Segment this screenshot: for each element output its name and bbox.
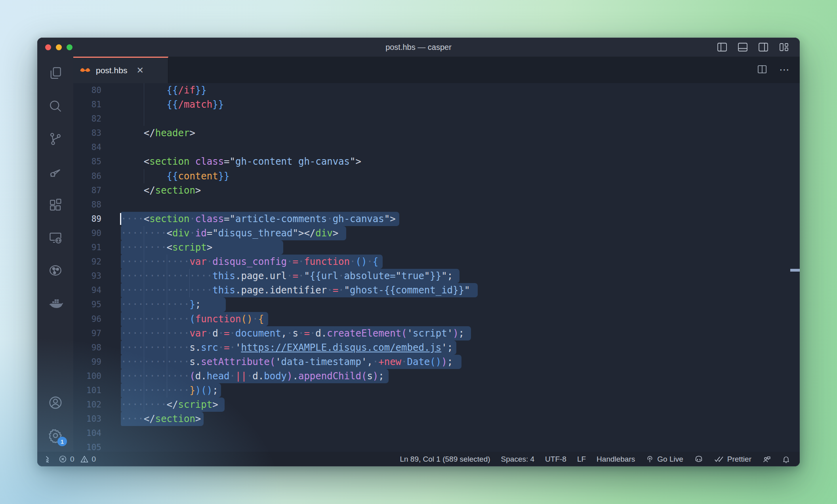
activity-bar: 1 — [37, 57, 73, 452]
close-window-button[interactable] — [45, 44, 51, 50]
code-line-93[interactable]: ················this.page.url·=·"{{url·a… — [121, 269, 800, 283]
copilot-icon — [694, 455, 704, 464]
settings-badge: 1 — [57, 437, 67, 446]
code-line-83[interactable]: </header> — [121, 126, 800, 140]
code-lines[interactable]: {{/if}} {{/match}} </header> <section cl… — [121, 83, 800, 452]
extensions-icon — [48, 198, 63, 212]
remote-indicator-button[interactable] — [44, 455, 53, 464]
code-line-81[interactable]: {{/match}} — [121, 97, 800, 112]
toggle-secondary-sidebar-icon[interactable] — [758, 42, 769, 52]
sidebar-item-git-graph[interactable] — [37, 254, 73, 287]
code-line-90[interactable]: ········<div·id="disqus_thread"></div> — [121, 226, 800, 240]
code-line-99[interactable]: ············s.setAttribute('data-timesta… — [121, 355, 800, 369]
sidebar-item-explorer[interactable] — [37, 57, 73, 89]
code-line-89[interactable]: ····<section·class="article-comments·gh-… — [121, 212, 800, 226]
code-line-102[interactable]: ········</script> — [121, 397, 800, 412]
feedback-button[interactable] — [762, 455, 771, 464]
sidebar-item-run-debug[interactable] — [37, 155, 73, 188]
zoom-window-button[interactable] — [67, 44, 72, 50]
notifications-bell-button[interactable] — [782, 455, 790, 464]
toggle-panel-icon[interactable] — [737, 42, 748, 52]
cursor-position-button[interactable]: Ln 89, Col 1 (589 selected) — [400, 455, 490, 464]
account-button[interactable] — [37, 386, 73, 419]
text-cursor — [120, 213, 121, 225]
prettier-label: Prettier — [727, 455, 751, 464]
indentation-button[interactable]: Spaces: 4 — [501, 455, 535, 464]
explorer-icon — [48, 66, 63, 80]
handlebars-mustache-icon — [80, 67, 91, 74]
encoding-button[interactable]: UTF-8 — [545, 455, 566, 464]
title-bar: post.hbs — casper — [37, 38, 800, 57]
debug-icon — [48, 165, 63, 179]
sidebar-item-docker[interactable] — [37, 287, 73, 320]
copilot-button[interactable] — [694, 455, 704, 464]
tab-label: post.hbs — [96, 66, 127, 75]
go-live-button[interactable]: Go Live — [646, 455, 683, 464]
traffic-lights — [45, 44, 72, 50]
code-line-100[interactable]: ············(d.head·||·d.body).appendChi… — [121, 369, 800, 383]
sidebar-item-search[interactable] — [37, 89, 73, 122]
code-line-82[interactable] — [121, 112, 800, 126]
git-graph-icon — [48, 263, 63, 278]
code-line-104[interactable] — [121, 426, 800, 440]
eol-button[interactable]: LF — [577, 455, 586, 464]
tab-bar: post.hbs ✕ ⋯ — [73, 57, 800, 83]
search-icon — [48, 99, 63, 113]
code-line-96[interactable]: ············(function()·{ — [121, 312, 800, 326]
code-line-101[interactable]: ············})(); — [121, 383, 800, 397]
status-bar: 0 0 Ln 89, Col 1 (589 selected) Spaces: … — [37, 452, 800, 466]
code-line-97[interactable]: ············var·d·=·document,·s·=·d.crea… — [121, 326, 800, 340]
window-title: post.hbs — casper — [37, 43, 800, 52]
warning-count: 0 — [92, 455, 96, 464]
code-line-87[interactable]: </section> — [121, 183, 800, 198]
minimize-window-button[interactable] — [56, 44, 62, 50]
gear-icon — [48, 428, 63, 443]
docker-icon — [48, 296, 63, 311]
problems-button[interactable]: 0 0 — [59, 455, 96, 464]
tab-post-hbs[interactable]: post.hbs ✕ — [73, 57, 168, 83]
code-line-92[interactable]: ············var·disqus_config·=·function… — [121, 255, 800, 269]
sidebar-item-source-control[interactable] — [37, 122, 73, 155]
error-count: 0 — [70, 455, 74, 464]
code-line-95[interactable]: ············}; — [121, 297, 800, 312]
code-line-86[interactable]: {{content}} — [121, 169, 800, 183]
sidebar-item-extensions[interactable] — [37, 188, 73, 221]
remote-explorer-icon — [48, 230, 63, 245]
tab-close-icon[interactable]: ✕ — [136, 65, 143, 76]
code-editor[interactable]: 8081828384858687888990919293949596979899… — [73, 83, 800, 452]
git-branch-icon — [48, 132, 63, 146]
split-editor-icon[interactable] — [757, 65, 767, 76]
code-line-98[interactable]: ············s.src·=·'https://EXAMPLE.dis… — [121, 340, 800, 355]
code-line-85[interactable]: <section class="gh-content gh-canvas"> — [121, 154, 800, 169]
customize-layout-icon[interactable] — [778, 42, 789, 52]
overview-ruler-cursor-marker — [790, 269, 800, 272]
go-live-label: Go Live — [657, 455, 683, 464]
code-line-91[interactable]: ········<script> — [121, 240, 800, 255]
code-line-84[interactable] — [121, 140, 800, 154]
code-line-94[interactable]: ················this.page.identifier·=·"… — [121, 283, 800, 297]
code-line-88[interactable] — [121, 198, 800, 212]
account-icon — [48, 395, 63, 410]
desktop-wallpaper: post.hbs — casper — [0, 0, 837, 504]
sidebar-item-remote-explorer[interactable] — [37, 221, 73, 254]
prettier-button[interactable]: Prettier — [714, 455, 751, 464]
settings-button[interactable]: 1 — [37, 419, 73, 452]
toggle-primary-sidebar-icon[interactable] — [717, 42, 728, 52]
vscode-window: post.hbs — casper — [37, 38, 800, 466]
more-actions-icon[interactable]: ⋯ — [779, 64, 789, 76]
language-mode-button[interactable]: Handlebars — [597, 455, 635, 464]
code-line-80[interactable]: {{/if}} — [121, 83, 800, 97]
gutter: 8081828384858687888990919293949596979899… — [73, 83, 121, 452]
code-line-103[interactable]: ····</section> — [121, 412, 800, 426]
code-line-105[interactable] — [121, 440, 800, 452]
